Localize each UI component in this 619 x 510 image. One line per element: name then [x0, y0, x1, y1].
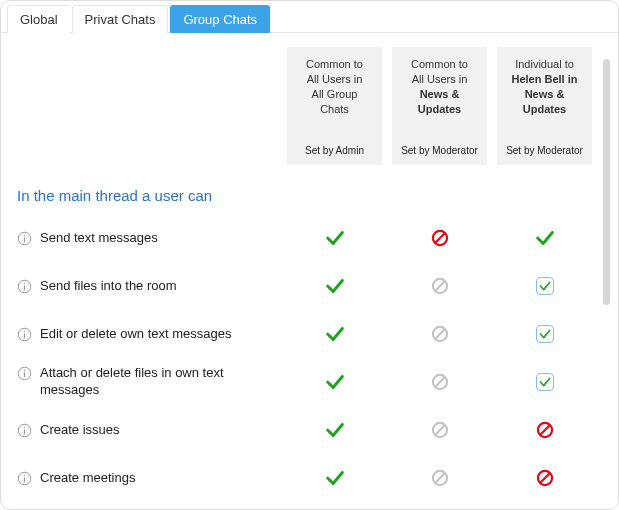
column-header-3: Individual toHelen Bell inNews &Updates … — [497, 47, 592, 165]
permission-checkbox[interactable] — [536, 325, 554, 343]
column-header-2-setby: Set by Moderator — [398, 144, 481, 158]
permission-label: Create meetings — [17, 470, 277, 487]
check-icon — [324, 371, 346, 393]
check-icon — [324, 467, 346, 489]
svg-rect-2 — [24, 237, 25, 242]
check-icon — [324, 419, 346, 441]
tab-global[interactable]: Global — [7, 5, 70, 33]
svg-line-14 — [435, 329, 445, 339]
permission-label: Send text messages — [17, 230, 277, 247]
svg-line-24 — [435, 425, 445, 435]
permission-row: Attach or delete files in own text messa… — [17, 362, 603, 402]
info-icon[interactable] — [17, 423, 32, 438]
tab-private-chats[interactable]: Privat Chats — [72, 5, 169, 33]
permission-cell — [497, 227, 592, 249]
permission-cell — [287, 467, 382, 489]
permission-row: Send files into the room — [17, 266, 603, 306]
permission-cell — [497, 420, 592, 440]
svg-line-9 — [435, 281, 445, 291]
svg-line-4 — [435, 233, 445, 243]
ban-icon — [430, 228, 450, 248]
column-header-1-title: Common toAll Users inAll GroupChats — [293, 57, 376, 116]
permission-cell — [287, 419, 382, 441]
svg-point-11 — [24, 330, 26, 332]
column-header-3-title: Individual toHelen Bell inNews &Updates — [503, 57, 586, 116]
permission-label-text: Attach or delete files in own text messa… — [40, 365, 277, 399]
permission-cell — [287, 275, 382, 297]
column-headers: Common toAll Users inAll GroupChats Set … — [17, 47, 603, 165]
ban-icon — [430, 276, 450, 296]
permission-checkbox[interactable] — [536, 373, 554, 391]
permission-cell — [392, 468, 487, 488]
column-header-3-setby: Set by Moderator — [503, 144, 586, 158]
info-icon[interactable] — [17, 471, 32, 486]
svg-line-31 — [435, 473, 445, 483]
permission-label-text: Send text messages — [40, 230, 277, 247]
info-icon[interactable] — [17, 279, 32, 294]
info-icon[interactable] — [17, 366, 32, 381]
permission-row: Create meetings — [17, 458, 603, 498]
svg-rect-22 — [24, 429, 25, 434]
svg-line-26 — [540, 425, 550, 435]
ban-icon — [430, 324, 450, 344]
svg-point-6 — [24, 282, 26, 284]
tabs-bar: Global Privat Chats Group Chats — [1, 1, 618, 33]
content-area: Common toAll Users inAll GroupChats Set … — [17, 47, 603, 509]
permission-cell[interactable] — [497, 325, 592, 343]
column-header-2: Common toAll Users inNews &Updates Set b… — [392, 47, 487, 165]
permission-cell — [392, 276, 487, 296]
permission-checkbox[interactable] — [536, 277, 554, 295]
permissions-rows: Send text messagesSend files into the ro… — [17, 218, 603, 506]
permission-label-text: Create meetings — [40, 470, 277, 487]
ban-icon — [535, 468, 555, 488]
vertical-scrollbar[interactable] — [603, 59, 610, 499]
permission-label-text: Create issues — [40, 422, 277, 439]
svg-point-16 — [24, 370, 26, 372]
permission-label-text: Edit or delete own text messages — [40, 326, 277, 343]
column-header-2-title: Common toAll Users inNews &Updates — [398, 57, 481, 116]
ban-icon — [535, 420, 555, 440]
permission-label: Attach or delete files in own text messa… — [17, 365, 277, 399]
permission-label: Send files into the room — [17, 278, 277, 295]
info-icon[interactable] — [17, 327, 32, 342]
tab-group-chats[interactable]: Group Chats — [170, 5, 270, 33]
check-icon — [534, 227, 556, 249]
check-icon — [324, 275, 346, 297]
permission-row: Create issues — [17, 410, 603, 450]
permission-row: Send text messages — [17, 218, 603, 258]
permission-cell — [287, 371, 382, 393]
check-icon — [324, 323, 346, 345]
section-title: In the main thread a user can — [17, 187, 603, 204]
permission-cell — [287, 323, 382, 345]
svg-rect-7 — [24, 285, 25, 290]
permission-label: Edit or delete own text messages — [17, 326, 277, 343]
permission-row: Edit or delete own text messages — [17, 314, 603, 354]
permission-cell[interactable] — [497, 373, 592, 391]
svg-line-33 — [540, 473, 550, 483]
svg-rect-12 — [24, 333, 25, 338]
ban-icon — [430, 468, 450, 488]
permissions-panel: Global Privat Chats Group Chats Common t… — [0, 0, 619, 510]
column-header-1-setby: Set by Admin — [293, 144, 376, 158]
permission-label-text: Send files into the room — [40, 278, 277, 295]
permission-label: Create issues — [17, 422, 277, 439]
info-icon[interactable] — [17, 231, 32, 246]
svg-rect-29 — [24, 477, 25, 482]
permission-cell — [392, 372, 487, 392]
svg-line-19 — [435, 377, 445, 387]
permission-cell — [287, 227, 382, 249]
svg-rect-17 — [24, 372, 25, 377]
permission-cell — [497, 468, 592, 488]
header-spacer — [17, 47, 277, 165]
panel-body: Common toAll Users inAll GroupChats Set … — [1, 33, 618, 509]
svg-point-1 — [24, 234, 26, 236]
permission-cell — [392, 228, 487, 248]
check-icon — [324, 227, 346, 249]
column-header-1: Common toAll Users inAll GroupChats Set … — [287, 47, 382, 165]
ban-icon — [430, 420, 450, 440]
svg-point-28 — [24, 474, 26, 476]
scroll-thumb[interactable] — [603, 59, 610, 305]
ban-icon — [430, 372, 450, 392]
permission-cell[interactable] — [497, 277, 592, 295]
svg-point-21 — [24, 426, 26, 428]
